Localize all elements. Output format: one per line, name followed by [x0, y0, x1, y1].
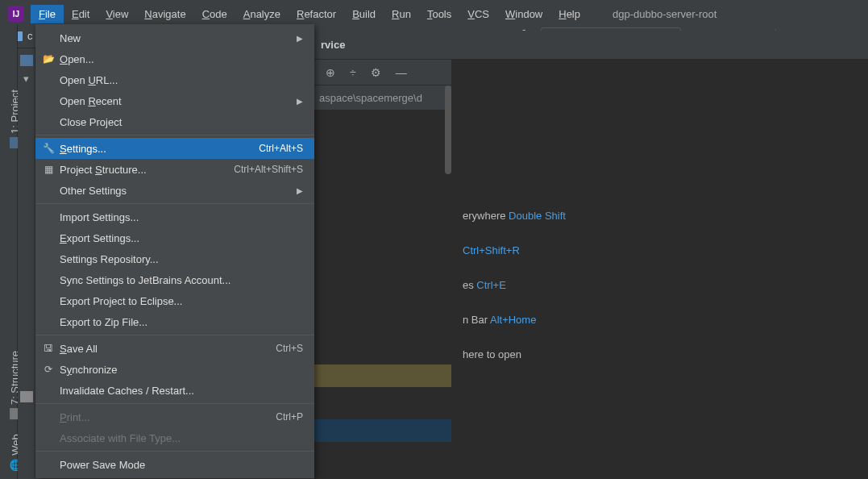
menu-analyze[interactable]: Analyze: [235, 5, 289, 23]
target-icon[interactable]: ⊕: [326, 66, 335, 79]
keyboard-shortcut: Ctrl+E: [476, 279, 505, 291]
file-menu-synchronize[interactable]: ⟳Synchronize: [35, 359, 314, 380]
menu-window[interactable]: Window: [497, 5, 550, 23]
menu-shortcut: Ctrl+P: [276, 411, 303, 423]
file-menu-close-project[interactable]: Close Project: [35, 111, 314, 132]
menu-tools[interactable]: Tools: [419, 5, 459, 23]
file-menu-settings[interactable]: 🔧Settings...Ctrl+Alt+S: [35, 138, 314, 159]
wrench-icon: 🔧: [42, 143, 55, 154]
submenu-arrow-icon: ▶: [297, 186, 303, 195]
file-menu-new[interactable]: New▶: [35, 27, 314, 48]
file-menu-settings-repository[interactable]: Settings Repository...: [35, 248, 314, 269]
folder-icon: 📂: [42, 53, 55, 65]
panel-toolbar: ⊕ ÷ ⚙ —: [314, 60, 451, 85]
layers-icon: ▦: [42, 164, 55, 175]
file-menu-dropdown: New▶📂Open...Open URL...Open Recent▶Close…: [35, 24, 314, 478]
file-menu-open-url[interactable]: Open URL...: [35, 69, 314, 90]
submenu-arrow-icon: ▶: [297, 34, 303, 43]
menu-vcs[interactable]: VCS: [459, 5, 497, 23]
tree-bottom-icon[interactable]: [20, 391, 33, 402]
app-icon: IJ: [8, 6, 24, 22]
menu-edit[interactable]: Edit: [64, 5, 98, 23]
file-menu-export-settings[interactable]: Export Settings...: [35, 227, 314, 248]
nav-first-letter: c: [27, 30, 33, 42]
editor-hint-line: Ctrl+Shift+R: [463, 243, 566, 256]
editor-hint-line: erywhere Double Shift: [463, 208, 566, 222]
editor-empty-area: erywhere Double ShiftCtrl+Shift+Res Ctrl…: [451, 60, 868, 479]
sync-icon: ⟳: [42, 364, 55, 375]
submenu-arrow-icon: ▶: [297, 97, 303, 106]
menu-shortcut: Ctrl+Alt+S: [259, 143, 303, 154]
project-name: dgp-dubbo-server-root: [613, 8, 716, 20]
file-menu-sync-settings-to-jetbrains-account[interactable]: Sync Settings to JetBrains Account...: [35, 269, 314, 290]
file-menu-open-recent[interactable]: Open Recent▶: [35, 90, 314, 111]
menu-code[interactable]: Code: [194, 5, 235, 23]
menu-separator: [35, 335, 314, 335]
keyboard-shortcut: Double Shift: [509, 210, 566, 222]
editor-hint-line: here to open: [463, 347, 566, 360]
file-menu-open[interactable]: 📂Open...: [35, 48, 314, 69]
editor-hint-line: es Ctrl+E: [463, 277, 566, 291]
menu-view[interactable]: View: [98, 5, 136, 23]
editor-hints: erywhere Double ShiftCtrl+Shift+Res Ctrl…: [463, 208, 566, 381]
editor-hint-line: n Bar Alt+Home: [463, 312, 566, 326]
file-menu-print: Print...Ctrl+P: [35, 406, 314, 427]
file-menu-project-structure[interactable]: ▦Project Structure...Ctrl+Alt+Shift+S: [35, 159, 314, 180]
editor-tab-title-fragment[interactable]: rvice: [321, 39, 345, 51]
menu-separator: [35, 451, 314, 452]
menu-navigate[interactable]: Navigate: [136, 5, 193, 23]
menu-separator: [35, 203, 314, 204]
divide-icon[interactable]: ÷: [350, 66, 356, 79]
file-menu-save-all[interactable]: 🖫Save AllCtrl+S: [35, 338, 314, 359]
keyboard-shortcut: Ctrl+Shift+R: [463, 244, 520, 256]
file-menu-export-to-zip-file[interactable]: Export to Zip File...: [35, 311, 314, 332]
keyboard-shortcut: Alt+Home: [490, 314, 536, 326]
menu-build[interactable]: Build: [344, 5, 384, 23]
menu-refactor[interactable]: Refactor: [289, 5, 344, 23]
file-menu-export-project-to-eclipse[interactable]: Export Project to Eclipse...: [35, 290, 314, 311]
tree-collapse-icon[interactable]: ▾: [18, 73, 35, 85]
editor-tab-bar: rvice: [314, 31, 868, 60]
tree-folder-icon[interactable]: [20, 55, 33, 66]
left-tool-rail: 1: Project 7: Structure 🌐Web: [0, 24, 18, 479]
menu-shortcut: Ctrl+S: [276, 343, 303, 354]
save-icon: 🖫: [42, 343, 55, 354]
gear-icon[interactable]: ⚙: [371, 66, 381, 79]
menubar: IJ FileEditViewNavigateCodeAnalyzeRefact…: [0, 3, 868, 24]
file-menu-invalidate-caches-restart[interactable]: Invalidate Caches / Restart...: [35, 380, 314, 401]
file-menu-power-save-mode[interactable]: Power Save Mode: [35, 454, 314, 475]
menu-help[interactable]: Help: [550, 5, 588, 23]
file-menu-associate-with-file-type: Associate with File Type...: [35, 427, 314, 448]
menu-run[interactable]: Run: [384, 5, 419, 23]
path-fragment: aspace\spacemerge\d: [314, 85, 451, 110]
tree-icon-rail: ▾: [18, 48, 35, 479]
file-menu-other-settings[interactable]: Other Settings▶: [35, 180, 314, 201]
menu-file[interactable]: File: [31, 5, 64, 23]
menu-shortcut: Ctrl+Alt+Shift+S: [234, 164, 303, 175]
tree-scrollbar[interactable]: [445, 85, 451, 174]
file-menu-import-settings[interactable]: Import Settings...: [35, 206, 314, 227]
menu-separator: [35, 135, 314, 135]
menu-separator: [35, 403, 314, 404]
minimize-icon[interactable]: —: [396, 66, 407, 79]
